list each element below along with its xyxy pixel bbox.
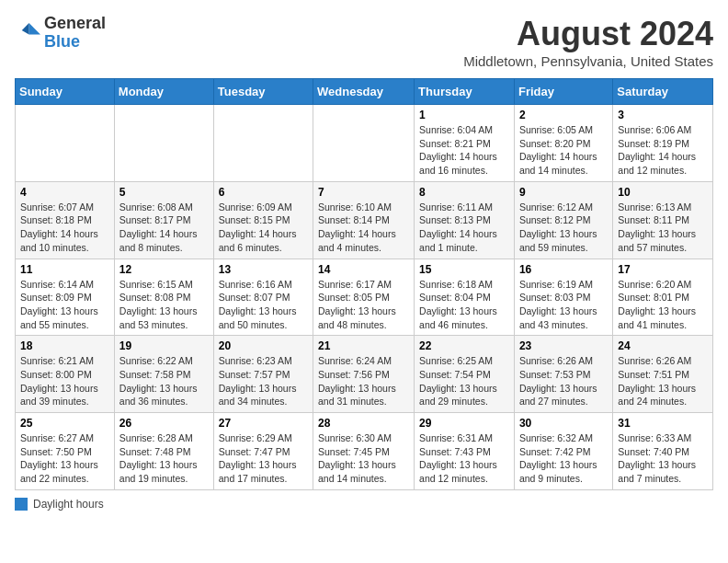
calendar-cell: 31Sunrise: 6:33 AMSunset: 7:40 PMDayligh… bbox=[613, 413, 713, 490]
calendar-cell: 5Sunrise: 6:08 AMSunset: 8:17 PMDaylight… bbox=[114, 181, 213, 259]
calendar-cell: 29Sunrise: 6:31 AMSunset: 7:43 PMDayligh… bbox=[415, 413, 515, 490]
day-number: 17 bbox=[618, 263, 708, 276]
calendar-week-row: 4Sunrise: 6:07 AMSunset: 8:18 PMDaylight… bbox=[16, 181, 713, 259]
calendar-cell: 22Sunrise: 6:25 AMSunset: 7:54 PMDayligh… bbox=[415, 336, 515, 413]
cell-info: Sunrise: 6:25 AMSunset: 7:54 PMDaylight:… bbox=[419, 355, 497, 407]
day-number: 27 bbox=[219, 417, 308, 430]
logo-icon bbox=[15, 20, 40, 46]
calendar-cell: 4Sunrise: 6:07 AMSunset: 8:18 PMDaylight… bbox=[16, 181, 115, 259]
cell-info: Sunrise: 6:16 AMSunset: 8:07 PMDaylight:… bbox=[219, 279, 297, 330]
day-number: 21 bbox=[318, 339, 409, 352]
legend-color-box bbox=[15, 498, 28, 511]
day-number: 9 bbox=[519, 186, 608, 199]
day-number: 18 bbox=[20, 339, 109, 352]
calendar-header-tuesday: Tuesday bbox=[213, 79, 313, 105]
cell-info: Sunrise: 6:11 AMSunset: 8:13 PMDaylight:… bbox=[419, 201, 497, 253]
cell-info: Sunrise: 6:22 AMSunset: 7:58 PMDaylight:… bbox=[119, 355, 198, 407]
day-number: 5 bbox=[119, 186, 209, 199]
cell-info: Sunrise: 6:04 AMSunset: 8:21 PMDaylight:… bbox=[419, 124, 497, 176]
cell-info: Sunrise: 6:15 AMSunset: 8:08 PMDaylight:… bbox=[119, 279, 198, 330]
day-number: 6 bbox=[219, 186, 308, 199]
logo-blue: Blue bbox=[44, 33, 106, 52]
day-number: 24 bbox=[618, 339, 708, 352]
cell-info: Sunrise: 6:17 AMSunset: 8:05 PMDaylight:… bbox=[318, 279, 396, 330]
day-number: 29 bbox=[419, 417, 509, 430]
cell-info: Sunrise: 6:28 AMSunset: 7:48 PMDaylight:… bbox=[119, 432, 198, 484]
day-number: 7 bbox=[318, 186, 409, 199]
logo: General Blue bbox=[15, 15, 106, 52]
day-number: 14 bbox=[318, 263, 409, 276]
day-number: 4 bbox=[20, 186, 109, 199]
location: Middletown, Pennsylvania, United States bbox=[463, 53, 713, 69]
day-number: 1 bbox=[419, 109, 509, 121]
calendar-cell: 2Sunrise: 6:05 AMSunset: 8:20 PMDaylight… bbox=[514, 105, 612, 182]
day-number: 2 bbox=[519, 109, 608, 121]
calendar-cell: 1Sunrise: 6:04 AMSunset: 8:21 PMDaylight… bbox=[415, 105, 515, 182]
calendar-cell: 14Sunrise: 6:17 AMSunset: 8:05 PMDayligh… bbox=[313, 259, 415, 336]
calendar-cell: 20Sunrise: 6:23 AMSunset: 7:57 PMDayligh… bbox=[213, 336, 313, 413]
cell-info: Sunrise: 6:09 AMSunset: 8:15 PMDaylight:… bbox=[219, 201, 297, 253]
calendar-cell: 15Sunrise: 6:18 AMSunset: 8:04 PMDayligh… bbox=[415, 259, 515, 336]
calendar-table: SundayMondayTuesdayWednesdayThursdayFrid… bbox=[15, 78, 713, 490]
calendar-cell bbox=[213, 105, 313, 182]
calendar-cell: 8Sunrise: 6:11 AMSunset: 8:13 PMDaylight… bbox=[415, 181, 515, 259]
calendar-week-row: 1Sunrise: 6:04 AMSunset: 8:21 PMDaylight… bbox=[16, 105, 713, 182]
calendar-cell: 12Sunrise: 6:15 AMSunset: 8:08 PMDayligh… bbox=[114, 259, 213, 336]
day-number: 26 bbox=[119, 417, 209, 430]
calendar-header-row: SundayMondayTuesdayWednesdayThursdayFrid… bbox=[16, 79, 713, 105]
svg-marker-0 bbox=[29, 23, 40, 34]
cell-info: Sunrise: 6:24 AMSunset: 7:56 PMDaylight:… bbox=[318, 355, 396, 407]
calendar-week-row: 25Sunrise: 6:27 AMSunset: 7:50 PMDayligh… bbox=[16, 413, 713, 490]
legend: Daylight hours bbox=[15, 498, 713, 511]
calendar-header-monday: Monday bbox=[114, 79, 213, 105]
cell-info: Sunrise: 6:31 AMSunset: 7:43 PMDaylight:… bbox=[419, 432, 497, 484]
cell-info: Sunrise: 6:19 AMSunset: 8:03 PMDaylight:… bbox=[519, 279, 597, 330]
month-year: August 2024 bbox=[463, 15, 713, 53]
cell-info: Sunrise: 6:05 AMSunset: 8:20 PMDaylight:… bbox=[519, 124, 597, 176]
calendar-cell: 27Sunrise: 6:29 AMSunset: 7:47 PMDayligh… bbox=[213, 413, 313, 490]
cell-info: Sunrise: 6:27 AMSunset: 7:50 PMDaylight:… bbox=[20, 432, 98, 484]
calendar-cell: 11Sunrise: 6:14 AMSunset: 8:09 PMDayligh… bbox=[16, 259, 115, 336]
calendar-cell: 16Sunrise: 6:19 AMSunset: 8:03 PMDayligh… bbox=[514, 259, 612, 336]
calendar-header-friday: Friday bbox=[514, 79, 612, 105]
day-number: 31 bbox=[618, 417, 708, 430]
calendar-cell: 23Sunrise: 6:26 AMSunset: 7:53 PMDayligh… bbox=[514, 336, 612, 413]
calendar-cell: 6Sunrise: 6:09 AMSunset: 8:15 PMDaylight… bbox=[213, 181, 313, 259]
day-number: 16 bbox=[519, 263, 608, 276]
cell-info: Sunrise: 6:30 AMSunset: 7:45 PMDaylight:… bbox=[318, 432, 396, 484]
cell-info: Sunrise: 6:12 AMSunset: 8:12 PMDaylight:… bbox=[519, 201, 597, 253]
cell-info: Sunrise: 6:14 AMSunset: 8:09 PMDaylight:… bbox=[20, 279, 98, 330]
day-number: 22 bbox=[419, 339, 509, 352]
day-number: 13 bbox=[219, 263, 308, 276]
logo-text: General Blue bbox=[44, 15, 106, 52]
page-header: General Blue August 2024 Middletown, Pen… bbox=[15, 15, 713, 69]
calendar-cell bbox=[313, 105, 415, 182]
calendar-header-thursday: Thursday bbox=[415, 79, 515, 105]
calendar-week-row: 11Sunrise: 6:14 AMSunset: 8:09 PMDayligh… bbox=[16, 259, 713, 336]
day-number: 3 bbox=[618, 109, 708, 121]
cell-info: Sunrise: 6:33 AMSunset: 7:40 PMDaylight:… bbox=[618, 432, 696, 484]
calendar-cell: 21Sunrise: 6:24 AMSunset: 7:56 PMDayligh… bbox=[313, 336, 415, 413]
calendar-cell: 19Sunrise: 6:22 AMSunset: 7:58 PMDayligh… bbox=[114, 336, 213, 413]
cell-info: Sunrise: 6:10 AMSunset: 8:14 PMDaylight:… bbox=[318, 201, 396, 253]
day-number: 11 bbox=[20, 263, 109, 276]
legend-label: Daylight hours bbox=[33, 498, 104, 511]
cell-info: Sunrise: 6:07 AMSunset: 8:18 PMDaylight:… bbox=[20, 201, 98, 253]
calendar-header-sunday: Sunday bbox=[16, 79, 115, 105]
calendar-cell: 28Sunrise: 6:30 AMSunset: 7:45 PMDayligh… bbox=[313, 413, 415, 490]
calendar-cell: 30Sunrise: 6:32 AMSunset: 7:42 PMDayligh… bbox=[514, 413, 612, 490]
title-block: August 2024 Middletown, Pennsylvania, Un… bbox=[463, 15, 713, 69]
calendar-cell bbox=[114, 105, 213, 182]
day-number: 20 bbox=[219, 339, 308, 352]
calendar-cell: 25Sunrise: 6:27 AMSunset: 7:50 PMDayligh… bbox=[16, 413, 115, 490]
calendar-cell: 26Sunrise: 6:28 AMSunset: 7:48 PMDayligh… bbox=[114, 413, 213, 490]
cell-info: Sunrise: 6:23 AMSunset: 7:57 PMDaylight:… bbox=[219, 355, 297, 407]
day-number: 30 bbox=[519, 417, 608, 430]
day-number: 15 bbox=[419, 263, 509, 276]
cell-info: Sunrise: 6:13 AMSunset: 8:11 PMDaylight:… bbox=[618, 201, 696, 253]
day-number: 25 bbox=[20, 417, 109, 430]
day-number: 8 bbox=[419, 186, 509, 199]
day-number: 23 bbox=[519, 339, 608, 352]
calendar-cell: 3Sunrise: 6:06 AMSunset: 8:19 PMDaylight… bbox=[613, 105, 713, 182]
calendar-cell: 7Sunrise: 6:10 AMSunset: 8:14 PMDaylight… bbox=[313, 181, 415, 259]
